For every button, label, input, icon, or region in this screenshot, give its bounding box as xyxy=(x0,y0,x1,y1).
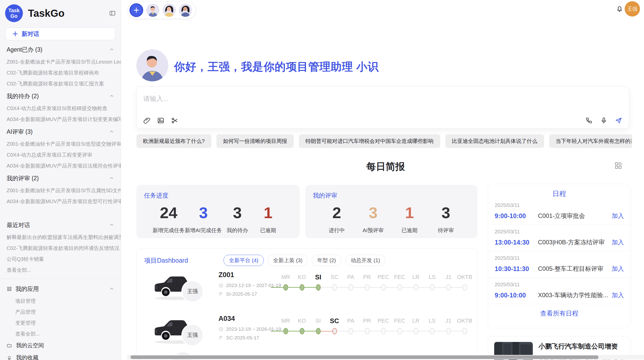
add-agent-button[interactable] xyxy=(129,3,143,17)
milestone-dot xyxy=(397,284,402,291)
milestone-dot xyxy=(365,284,370,291)
section-header-3[interactable]: 我的评审 (2) xyxy=(0,171,121,185)
milestone-label: SI xyxy=(310,316,326,325)
agent-avatar-3[interactable] xyxy=(179,4,192,17)
milestone: PEC xyxy=(375,316,391,334)
chevron-up-icon xyxy=(109,222,114,228)
join-link[interactable]: 加入 xyxy=(612,291,624,299)
collapse-sidebar-icon[interactable] xyxy=(109,10,116,17)
stat-value: 24 xyxy=(153,204,185,222)
schedule-time: 9:00-10:00 xyxy=(495,212,538,220)
milestone-dot xyxy=(414,328,418,334)
section-header-1[interactable]: 我的待办 (2) xyxy=(0,89,121,103)
dashboard-tab[interactable]: 年型 (2) xyxy=(312,255,341,266)
suggestion-chip[interactable]: 特朗普可能对进口汽车增税会对中国车企造成哪些影响 xyxy=(299,134,440,148)
schedule-event-title: C003|H0B-方案冻结评审 xyxy=(538,238,609,246)
notification-bell-icon[interactable] xyxy=(616,5,624,13)
join-link[interactable]: 加入 xyxy=(612,238,624,246)
dashboard-tab[interactable]: 动总开发 (1) xyxy=(345,255,386,266)
sidebar-item-medal[interactable]: 我的收藏 xyxy=(0,352,121,360)
recent-chat-item[interactable]: 解释最新出台的欧盟报废车法规再生塑料比例被调至15%... xyxy=(0,232,121,243)
milestone-dot xyxy=(332,328,337,334)
my-review-card: 我的评审2进行中3AI预评审1已逾期3待评审 xyxy=(305,185,477,238)
user-avatar[interactable]: 王强 xyxy=(625,1,640,17)
app-item[interactable]: 项目管理 xyxy=(0,296,121,307)
brief-layout-icon[interactable] xyxy=(614,161,623,170)
chat-input[interactable] xyxy=(143,94,614,109)
milestone-label: LS xyxy=(424,316,440,325)
horizontal-scrollbar[interactable] xyxy=(130,355,598,359)
apps-view-all[interactable]: 查看全部... xyxy=(0,328,121,339)
join-link[interactable]: 加入 xyxy=(612,212,624,220)
milestone-dot xyxy=(316,284,321,291)
section-header-my-apps[interactable]: 我的应用 xyxy=(0,282,121,296)
project-row[interactable]: 王强Z0012023-12-19 ~ 2027-01-19SI-2025-05-… xyxy=(144,269,470,310)
recent-chat-item[interactable]: 公司Q3轻卡销量 xyxy=(0,254,121,265)
schedule-item[interactable]: 2025/03/119:00-10:00C001-立项审批会加入 xyxy=(488,198,631,225)
schedule-item[interactable]: 2025/03/1110:30-11:30C005-整车工程目标评审加入 xyxy=(488,251,631,278)
recent-view-all[interactable]: 查看全部... xyxy=(0,265,121,276)
view-all-schedule-link[interactable]: 查看所有日程 xyxy=(488,309,631,318)
schedule-date: 2025/03/11 xyxy=(495,202,624,208)
app-logo: Task Go xyxy=(5,4,23,22)
sidebar-task-item[interactable]: A034-全新新能源MUV产品开发项目计划变更表编写 xyxy=(0,114,121,125)
milestone-label: PA xyxy=(343,273,359,282)
sidebar-item-folder[interactable]: 我的云空间 xyxy=(0,339,121,352)
suggestion-chip[interactable]: 如何写一份清晰的项目周报 xyxy=(216,134,294,148)
flag-icon xyxy=(218,292,224,297)
greeting-title: 你好，王强，我是你的项目管理助理 小识 xyxy=(174,59,379,74)
milestone-label: PA xyxy=(343,316,359,325)
agent-avatar-2[interactable] xyxy=(163,4,176,17)
project-row[interactable]: 王强A0342023-12-19 ~ 2026-01-19SC-2025-05-… xyxy=(144,313,470,353)
milestone-dot xyxy=(446,328,451,334)
milestone-dot xyxy=(283,328,288,334)
milestone-timeline: MRKOSISCPAPRPECFECLRLSJ1OKTB xyxy=(277,316,473,334)
milestone: FEC xyxy=(391,316,408,334)
sidebar-task-item[interactable]: C02-飞腾新能源轻客改款项目立项汇报方案 xyxy=(0,78,121,89)
suggestion-chip[interactable]: 欧洲新规最近颁布了什么? xyxy=(136,134,211,148)
section-header-2[interactable]: AI评审 (3) xyxy=(0,125,121,139)
divider xyxy=(0,279,121,279)
sidebar-task-item[interactable]: C0X4-动力总成开发项目SI里程碑提交物检查 xyxy=(0,103,121,114)
dashboard-tab[interactable]: 全新平台 (4) xyxy=(224,255,264,266)
app-item[interactable]: 变更管理 xyxy=(0,318,121,328)
project-flag: SC-2025-05-17 xyxy=(218,335,259,341)
milestone-dot xyxy=(348,284,353,291)
scissors-icon[interactable] xyxy=(171,117,178,124)
section-header-0[interactable]: Agent已办 (3) xyxy=(0,43,121,56)
schedule-item[interactable]: 2025/03/1113:00-14:30C003|H0B-方案冻结评审加入 xyxy=(488,225,631,251)
chevron-up-icon xyxy=(109,47,114,52)
microphone-icon[interactable] xyxy=(600,117,608,124)
plus-icon xyxy=(12,31,19,37)
send-icon[interactable] xyxy=(615,117,622,124)
phone-icon[interactable] xyxy=(585,117,593,124)
sidebar-task-item[interactable]: Z001-全新燃油轻卡产品开发项目SI造型提交物评审 xyxy=(0,139,121,149)
sidebar-task-item[interactable]: A034-全新新能源MUV产品开发项目法规符合性评审 xyxy=(0,160,121,171)
sidebar-task-item[interactable]: C0X4-动力总成开发项目工程变更评审 xyxy=(0,149,121,160)
milestone-label: SC xyxy=(326,316,343,325)
section-header-recent-title: 最近对话 xyxy=(7,221,109,229)
section-header-3-title: 我的评审 (2) xyxy=(7,174,109,182)
sidebar-task-item[interactable]: A034-全新新能源MUV产品开发项目造型可行性评审 xyxy=(0,196,121,207)
suggestion-chip[interactable]: 当下年轻人对汽车外观有怎样的喜好趋势 xyxy=(549,134,632,148)
sidebar-task-item[interactable]: Z001-全新燃油皮卡产品开发项目SI节点Lesson Learn报告 xyxy=(0,56,121,67)
project-dashboard-card: 项目Dashboard 全新平台 (4)全新上装 (3)年型 (2)动总开发 (… xyxy=(136,248,477,360)
new-chat-button[interactable]: 新对话 xyxy=(6,27,115,40)
sidebar-task-item[interactable]: Z001-全新燃油轻卡产品开发项目SI节点属性5D文件评审 xyxy=(0,185,121,196)
schedule-item[interactable]: 2025/03/119:00-10:00X003-车辆动力学性能验...加入 xyxy=(488,278,631,304)
dashboard-tab[interactable]: 全新上装 (3) xyxy=(268,255,308,266)
app-item[interactable]: 产品管理 xyxy=(0,307,121,318)
sidebar-task-item[interactable]: C02-飞腾新能源轻客改款项目里程碑画布 xyxy=(0,67,121,78)
agent-avatar-1[interactable] xyxy=(146,4,159,17)
milestone-label: J1 xyxy=(440,316,457,325)
image-icon[interactable] xyxy=(157,117,165,124)
suggestion-chip[interactable]: 比亚迪全固态电池计划具体说了什么 xyxy=(445,134,544,148)
section-header-recent[interactable]: 最近对话 xyxy=(0,218,121,232)
chat-composer xyxy=(136,86,629,129)
folder-icon xyxy=(7,343,12,348)
sidebar-body: Agent已办 (3)Z001-全新燃油皮卡产品开发项目SI节点Lesson L… xyxy=(0,43,121,360)
join-link[interactable]: 加入 xyxy=(612,265,624,273)
recent-chat-item[interactable]: C02-飞腾新能源轻客改款项目的闭环通告反馈情况 xyxy=(0,243,121,254)
attachment-icon[interactable] xyxy=(143,117,151,124)
milestone: PA xyxy=(343,316,359,334)
